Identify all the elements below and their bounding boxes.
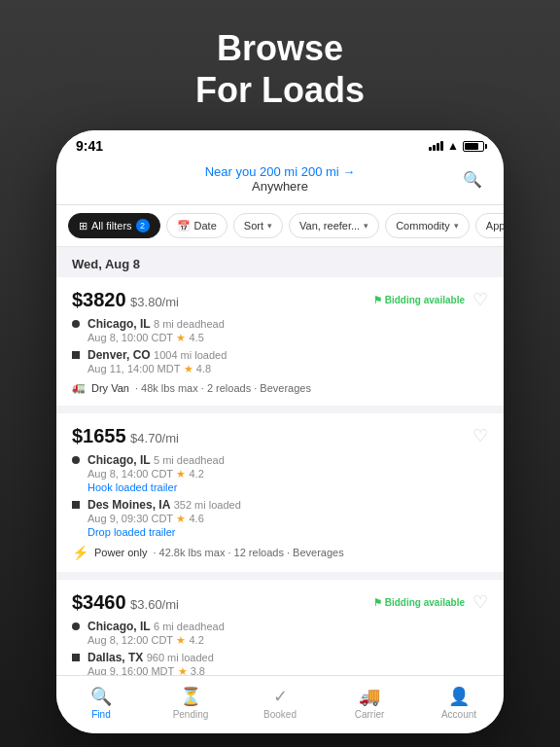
load-per-mile: $3.60/mi	[130, 597, 179, 612]
distance: 200 mi	[260, 164, 298, 179]
filter-bar: ⊞ All filters 2 📅 Date Sort ▾ Van, reefe…	[56, 205, 504, 247]
location-info: Near you 200 mi 200 mi → Anywhere	[103, 164, 457, 194]
nav-item-account[interactable]: 👤 Account	[414, 682, 504, 724]
filter-appointment[interactable]: Appointment ▾	[475, 213, 504, 238]
booked-icon: ✓	[273, 686, 288, 707]
favorite-button[interactable]: ♡	[472, 591, 488, 613]
drop-trailer-link[interactable]: Drop loaded trailer	[88, 526, 176, 538]
route: Chicago, IL 6 mi deadhead Aug 8, 12:00 C…	[72, 620, 488, 675]
top-nav: Near you 200 mi 200 mi → Anywhere 🔍	[56, 158, 504, 205]
load-meta: ⚡ Power only · 42.8k lbs max · 12 reload…	[72, 545, 488, 560]
find-icon: 🔍	[90, 686, 112, 707]
pending-icon: ⏳	[180, 686, 201, 707]
favorite-button[interactable]: ♡	[472, 425, 488, 446]
search-button[interactable]: 🔍	[457, 163, 488, 195]
load-per-mile: $4.70/mi	[130, 431, 179, 445]
account-icon: 👤	[448, 686, 470, 707]
page-header: BrowseFor Loads	[195, 0, 365, 130]
load-card[interactable]: $1655 $4.70/mi ♡ Chicago, IL 5 mi deadhe…	[56, 413, 504, 572]
nav-item-carrier[interactable]: 🚚 Carrier	[325, 682, 414, 724]
signal-icon	[429, 141, 443, 151]
filter-date[interactable]: 📅 Date	[166, 213, 228, 238]
bidding-badge: ⚑ Bidding available	[373, 597, 465, 608]
load-per-mile: $3.80/mi	[130, 295, 179, 309]
load-type: Power only	[94, 547, 147, 558]
battery-icon	[463, 141, 484, 152]
nav-item-pending[interactable]: ⏳ Pending	[146, 682, 235, 724]
status-icons: ▲	[429, 139, 484, 153]
nav-label-booked: Booked	[263, 709, 297, 720]
filter-sort[interactable]: Sort ▾	[233, 213, 283, 238]
truck-icon: 🚛	[72, 381, 86, 394]
status-bar: 9:41 ▲	[56, 130, 504, 158]
nav-label-find: Find	[91, 709, 110, 720]
bottom-nav: 🔍 Find ⏳ Pending ✓ Booked 🚚 Carrier 👤 Ac…	[56, 675, 504, 733]
nav-label-pending: Pending	[173, 709, 209, 720]
location-label: Near you	[205, 164, 257, 179]
load-meta: 🚛 Dry Van · 48k lbs max · 2 reloads · Be…	[72, 381, 488, 394]
load-price: $3460	[72, 591, 126, 613]
power-icon: ⚡	[72, 545, 88, 560]
nav-label-carrier: Carrier	[355, 709, 385, 720]
destination: Anywhere	[103, 179, 457, 194]
load-card[interactable]: $3460 $3.60/mi ⚑ Bidding available ♡ Chi…	[56, 580, 504, 675]
filter-commodity[interactable]: Commodity ▾	[385, 213, 470, 238]
filter-van-reefer[interactable]: Van, reefer... ▾	[289, 213, 379, 238]
nav-label-account: Account	[441, 709, 476, 720]
load-price: $3820	[72, 289, 126, 310]
favorite-button[interactable]: ♡	[472, 289, 488, 310]
phone-frame: 9:41 ▲ Near you 200 mi 200 mi →	[56, 130, 504, 733]
nav-item-booked[interactable]: ✓ Booked	[235, 682, 325, 724]
time: 9:41	[76, 138, 103, 154]
carrier-icon: 🚚	[359, 686, 380, 707]
load-price: $1655	[72, 425, 126, 446]
hook-trailer-link[interactable]: Hook loaded trailer	[88, 481, 177, 493]
date-header: Wed, Aug 8	[56, 247, 504, 277]
content: Wed, Aug 8 $3820 $3.80/mi ⚑ Bidding avai…	[56, 247, 504, 675]
route: Chicago, IL 5 mi deadhead Aug 8, 14:00 C…	[72, 453, 488, 539]
nav-item-find[interactable]: 🔍 Find	[56, 682, 146, 724]
load-card[interactable]: $3820 $3.80/mi ⚑ Bidding available ♡ Chi…	[56, 277, 504, 406]
bidding-badge: ⚑ Bidding available	[373, 295, 465, 305]
wifi-icon: ▲	[447, 139, 459, 153]
load-type: Dry Van	[91, 382, 129, 394]
filter-all-filters[interactable]: ⊞ All filters 2	[68, 213, 160, 238]
route: Chicago, IL 8 mi deadhead Aug 8, 10:00 C…	[72, 317, 488, 375]
